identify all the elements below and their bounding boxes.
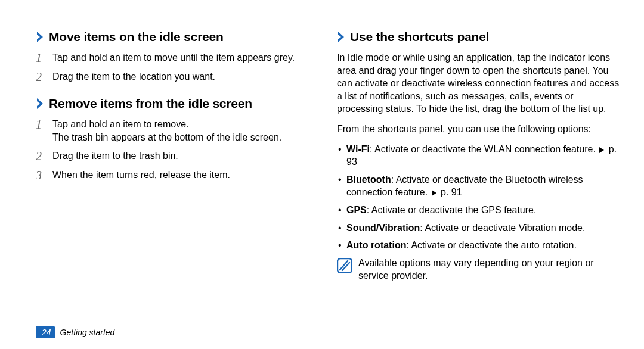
list-item: Bluetooth: Activate or deactivate the Bl… (337, 173, 620, 199)
list-item: 2 Drag the item to the trash bin. (36, 149, 319, 163)
note-text: Available options may vary depending on … (358, 257, 620, 282)
options-list: Wi-Fi: Activate or deactivate the WLAN c… (337, 143, 620, 252)
option-name: Bluetooth (346, 174, 391, 185)
list-item: 1 Tap and hold an item to move until the… (36, 51, 319, 64)
chevron-right-icon (36, 32, 44, 42)
list-item: 1 Tap and hold an item to remove. The tr… (36, 118, 319, 144)
step-text: Tap and hold an item to move until the i… (52, 51, 319, 64)
play-icon (599, 147, 604, 153)
step-text: Drag the item to the trash bin. (52, 149, 319, 163)
chevron-right-icon (36, 98, 44, 109)
step-number: 2 (36, 70, 44, 83)
svg-rect-0 (338, 258, 352, 273)
option-desc: : Activate or deactivate the GPS feature… (367, 205, 537, 215)
option-name: Wi-Fi (346, 144, 370, 154)
list-item: 3 When the item turns red, release the i… (36, 169, 319, 182)
step-number: 1 (36, 51, 44, 64)
note-icon (337, 258, 352, 273)
heading-move-items: Move items on the idle screen (49, 30, 224, 44)
step-text: Drag the item to the location you want. (52, 70, 319, 83)
heading-remove-items: Remove items from the idle screen (49, 96, 252, 111)
paragraph-options-lead: From the shortcuts panel, you can use th… (337, 123, 620, 136)
option-name: Auto rotation (346, 240, 406, 250)
page-ref: p. 91 (441, 187, 462, 197)
option-desc: : Activate or deactivate the auto rotati… (406, 240, 577, 250)
section-heading-shortcuts: Use the shortcuts panel (337, 30, 620, 44)
play-icon (432, 190, 436, 196)
step-text: When the item turns red, release the ite… (52, 169, 319, 182)
step-number: 1 (36, 118, 44, 144)
option-desc: : Activate or deactivate Vibration mode. (420, 223, 585, 233)
list-item: GPS: Activate or deactivate the GPS feat… (337, 204, 620, 217)
option-desc: : Activate or deactivate the WLAN connec… (370, 144, 598, 154)
paragraph-intro: In Idle mode or while using an applicati… (337, 51, 620, 116)
section-heading-remove-items: Remove items from the idle screen (36, 96, 319, 111)
page-footer: 24 Getting started (36, 326, 114, 338)
list-item: Sound/Vibration: Activate or deactivate … (337, 222, 620, 235)
list-item: Wi-Fi: Activate or deactivate the WLAN c… (337, 143, 620, 169)
step-text: Tap and hold an item to remove. The tras… (52, 118, 319, 144)
step-text-extra: The trash bin appears at the bottom of t… (52, 132, 281, 142)
steps-move-items: 1 Tap and hold an item to move until the… (36, 51, 319, 83)
chapter-name: Getting started (60, 328, 115, 337)
chevron-right-icon (337, 32, 345, 42)
page-number-badge: 24 (36, 326, 55, 338)
note: Available options may vary depending on … (337, 257, 620, 282)
list-item: Auto rotation: Activate or deactivate th… (337, 239, 620, 252)
heading-shortcuts: Use the shortcuts panel (350, 30, 489, 44)
section-heading-move-items: Move items on the idle screen (36, 30, 319, 44)
steps-remove-items: 1 Tap and hold an item to remove. The tr… (36, 118, 319, 182)
step-number: 2 (36, 149, 44, 163)
list-item: 2 Drag the item to the location you want… (36, 70, 319, 83)
step-text-main: Tap and hold an item to remove. (52, 119, 189, 129)
option-name: Sound/Vibration (346, 223, 420, 233)
option-name: GPS (346, 205, 367, 215)
step-number: 3 (36, 169, 44, 182)
